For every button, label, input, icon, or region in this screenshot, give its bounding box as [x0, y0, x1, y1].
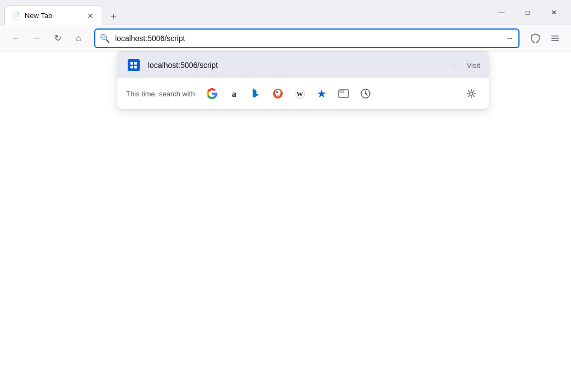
back-button[interactable]: ←	[7, 29, 25, 48]
gear-icon	[466, 89, 476, 99]
svg-rect-1	[551, 38, 559, 39]
reload-button[interactable]: ↻	[48, 29, 67, 48]
address-bar-wrapper: 🔍 →	[94, 28, 519, 48]
tabs-search-button[interactable]	[335, 85, 352, 102]
svg-rect-5	[130, 66, 133, 68]
maximize-button[interactable]: □	[515, 4, 540, 21]
suggestion-url: localhost:5006/script	[148, 61, 444, 70]
new-tab-button[interactable]: +	[105, 8, 122, 25]
address-dropdown: localhost:5006/script — Visit This time,…	[117, 51, 489, 109]
svg-point-8	[275, 90, 281, 95]
duckduckgo-icon	[272, 88, 283, 99]
wikipedia-search-button[interactable]: W	[291, 85, 309, 102]
bing-icon	[251, 88, 261, 99]
search-settings-button[interactable]	[462, 85, 480, 102]
address-go-button[interactable]: →	[503, 32, 516, 45]
tab-title: New Tab	[25, 11, 81, 20]
svg-rect-6	[134, 66, 137, 68]
search-with-label: This time, search with:	[126, 90, 197, 98]
home-button[interactable]: ⌂	[69, 29, 88, 48]
localhost-icon	[130, 61, 138, 69]
title-bar: 📄 New Tab ✕ + — □ ✕	[0, 0, 571, 25]
svg-point-10	[277, 92, 277, 93]
tab-strip: 📄 New Tab ✕ +	[4, 0, 484, 25]
svg-rect-14	[340, 91, 344, 93]
toolbar: ← → ↻ ⌂ 🔍 →	[0, 25, 571, 51]
svg-text:W: W	[296, 90, 303, 98]
active-tab[interactable]: 📄 New Tab ✕	[4, 5, 103, 25]
svg-rect-2	[551, 40, 559, 41]
google-icon	[207, 88, 218, 99]
history-search-button[interactable]	[357, 85, 374, 102]
tabs-icon	[338, 89, 349, 98]
svg-point-16	[470, 92, 473, 95]
toolbar-right	[526, 29, 564, 48]
window-controls: — □ ✕	[489, 4, 567, 21]
suggestion-site-icon	[126, 57, 141, 73]
shield-icon	[530, 33, 540, 43]
url-suggestion[interactable]: localhost:5006/script — Visit	[117, 52, 489, 78]
menu-icon	[550, 33, 560, 43]
amazon-search-button[interactable]: a	[225, 85, 243, 102]
search-engines: a	[203, 85, 456, 102]
bing-search-button[interactable]	[247, 85, 265, 102]
minimize-button[interactable]: —	[489, 4, 514, 21]
tab-close-button[interactable]: ✕	[85, 10, 96, 21]
svg-rect-0	[551, 36, 559, 37]
svg-rect-3	[130, 62, 133, 65]
bookmarks-search-button[interactable]: ★	[313, 85, 330, 102]
svg-rect-4	[134, 62, 137, 65]
close-button[interactable]: ✕	[541, 4, 567, 21]
address-input[interactable]	[94, 28, 519, 48]
tab-favicon: 📄	[12, 11, 20, 20]
google-search-button[interactable]	[203, 85, 221, 102]
wikipedia-icon: W	[294, 88, 305, 99]
suggestion-dash: —	[451, 61, 458, 70]
bookmarks-button[interactable]	[526, 29, 545, 48]
search-with-row: This time, search with: a	[117, 78, 489, 109]
menu-button[interactable]	[546, 29, 564, 48]
amazon-icon: a	[232, 89, 237, 99]
duckduckgo-search-button[interactable]	[269, 85, 287, 102]
suggestion-visit-label: Visit	[467, 61, 480, 70]
forward-button[interactable]: →	[27, 29, 46, 48]
star-icon: ★	[317, 87, 327, 100]
address-search-icon: 🔍	[100, 33, 110, 43]
history-icon	[360, 88, 371, 99]
